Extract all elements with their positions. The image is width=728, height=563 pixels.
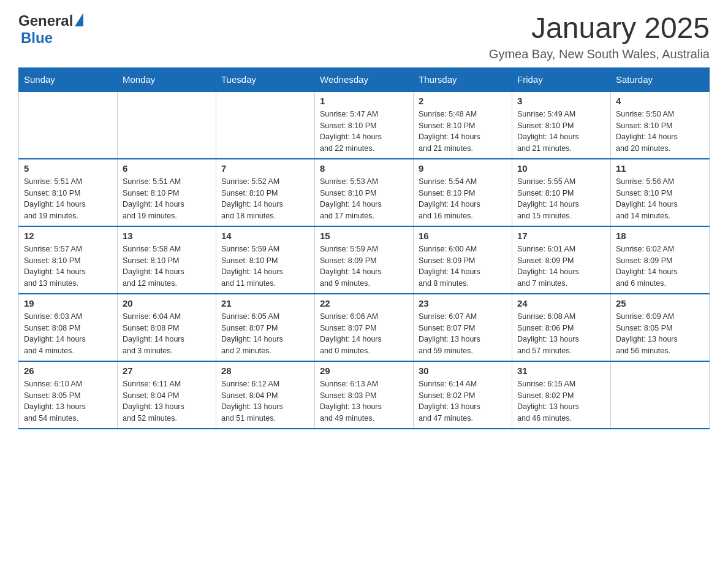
day-number: 2 [419, 96, 507, 106]
calendar-day-cell: 5Sunrise: 5:51 AM Sunset: 8:10 PM Daylig… [19, 159, 118, 226]
calendar-day-header: Tuesday [216, 67, 315, 91]
day-info: Sunrise: 6:13 AM Sunset: 8:03 PM Dayligh… [320, 378, 408, 424]
calendar-day-header: Friday [512, 67, 611, 91]
logo-blue-text: Blue [21, 29, 83, 47]
day-info: Sunrise: 6:00 AM Sunset: 8:09 PM Dayligh… [419, 243, 507, 289]
calendar-day-cell [19, 91, 118, 159]
day-info: Sunrise: 5:49 AM Sunset: 8:10 PM Dayligh… [517, 109, 605, 155]
day-number: 8 [320, 163, 408, 174]
day-number: 26 [24, 366, 112, 376]
day-number: 6 [123, 163, 211, 174]
day-info: Sunrise: 5:56 AM Sunset: 8:10 PM Dayligh… [616, 176, 704, 222]
day-number: 13 [123, 231, 211, 241]
calendar-week-row: 12Sunrise: 5:57 AM Sunset: 8:10 PM Dayli… [19, 226, 710, 294]
day-number: 9 [419, 163, 507, 174]
day-info: Sunrise: 6:09 AM Sunset: 8:05 PM Dayligh… [616, 311, 704, 357]
day-info: Sunrise: 5:55 AM Sunset: 8:10 PM Dayligh… [517, 176, 605, 222]
day-info: Sunrise: 6:04 AM Sunset: 8:08 PM Dayligh… [123, 311, 211, 357]
day-number: 7 [221, 163, 309, 174]
day-info: Sunrise: 6:15 AM Sunset: 8:02 PM Dayligh… [517, 378, 605, 424]
day-info: Sunrise: 6:06 AM Sunset: 8:07 PM Dayligh… [320, 311, 408, 357]
calendar-day-cell: 24Sunrise: 6:08 AM Sunset: 8:06 PM Dayli… [512, 294, 611, 361]
day-info: Sunrise: 6:05 AM Sunset: 8:07 PM Dayligh… [221, 311, 309, 357]
calendar-day-cell: 3Sunrise: 5:49 AM Sunset: 8:10 PM Daylig… [512, 91, 611, 159]
day-info: Sunrise: 5:59 AM Sunset: 8:10 PM Dayligh… [221, 243, 309, 289]
day-number: 5 [24, 163, 112, 174]
logo-general-text: General [18, 12, 73, 29]
logo: General Blue [18, 12, 83, 47]
day-number: 4 [616, 96, 704, 106]
calendar-day-cell [118, 91, 216, 159]
title-section: January 2025 Gymea Bay, New South Wales,… [489, 12, 710, 61]
calendar-day-cell: 18Sunrise: 6:02 AM Sunset: 8:09 PM Dayli… [611, 226, 710, 294]
calendar-day-cell: 28Sunrise: 6:12 AM Sunset: 8:04 PM Dayli… [216, 361, 315, 429]
calendar-day-cell: 2Sunrise: 5:48 AM Sunset: 8:10 PM Daylig… [414, 91, 512, 159]
calendar-day-cell: 19Sunrise: 6:03 AM Sunset: 8:08 PM Dayli… [19, 294, 118, 361]
calendar-day-header: Sunday [19, 67, 118, 91]
day-info: Sunrise: 6:11 AM Sunset: 8:04 PM Dayligh… [123, 378, 211, 424]
calendar-week-row: 5Sunrise: 5:51 AM Sunset: 8:10 PM Daylig… [19, 159, 710, 226]
day-number: 29 [320, 366, 408, 376]
calendar-day-cell: 11Sunrise: 5:56 AM Sunset: 8:10 PM Dayli… [611, 159, 710, 226]
calendar-day-cell [611, 361, 710, 429]
calendar-header-row: SundayMondayTuesdayWednesdayThursdayFrid… [19, 67, 710, 91]
calendar-day-cell [216, 91, 315, 159]
calendar-day-header: Wednesday [315, 67, 414, 91]
calendar-day-cell: 25Sunrise: 6:09 AM Sunset: 8:05 PM Dayli… [611, 294, 710, 361]
day-number: 14 [221, 231, 309, 241]
day-info: Sunrise: 5:58 AM Sunset: 8:10 PM Dayligh… [123, 243, 211, 289]
day-number: 22 [320, 298, 408, 308]
day-info: Sunrise: 5:51 AM Sunset: 8:10 PM Dayligh… [123, 176, 211, 222]
calendar-day-cell: 15Sunrise: 5:59 AM Sunset: 8:09 PM Dayli… [315, 226, 414, 294]
day-number: 15 [320, 231, 408, 241]
day-number: 24 [517, 298, 605, 308]
calendar-day-cell: 13Sunrise: 5:58 AM Sunset: 8:10 PM Dayli… [118, 226, 216, 294]
day-info: Sunrise: 5:50 AM Sunset: 8:10 PM Dayligh… [616, 109, 704, 155]
day-info: Sunrise: 5:59 AM Sunset: 8:09 PM Dayligh… [320, 243, 408, 289]
day-number: 3 [517, 96, 605, 106]
day-number: 18 [616, 231, 704, 241]
day-number: 23 [419, 298, 507, 308]
day-number: 1 [320, 96, 408, 106]
calendar-day-cell: 1Sunrise: 5:47 AM Sunset: 8:10 PM Daylig… [315, 91, 414, 159]
calendar-day-cell: 17Sunrise: 6:01 AM Sunset: 8:09 PM Dayli… [512, 226, 611, 294]
calendar-day-cell: 7Sunrise: 5:52 AM Sunset: 8:10 PM Daylig… [216, 159, 315, 226]
calendar-table: SundayMondayTuesdayWednesdayThursdayFrid… [18, 67, 710, 429]
page-header: General Blue January 2025 Gymea Bay, New… [18, 12, 710, 61]
day-number: 30 [419, 366, 507, 376]
logo-triangle-icon [75, 13, 83, 26]
calendar-day-cell: 29Sunrise: 6:13 AM Sunset: 8:03 PM Dayli… [315, 361, 414, 429]
day-number: 12 [24, 231, 112, 241]
day-number: 28 [221, 366, 309, 376]
day-number: 27 [123, 366, 211, 376]
calendar-day-cell: 8Sunrise: 5:53 AM Sunset: 8:10 PM Daylig… [315, 159, 414, 226]
day-info: Sunrise: 5:54 AM Sunset: 8:10 PM Dayligh… [419, 176, 507, 222]
day-number: 20 [123, 298, 211, 308]
day-number: 16 [419, 231, 507, 241]
calendar-day-header: Saturday [611, 67, 710, 91]
day-info: Sunrise: 5:47 AM Sunset: 8:10 PM Dayligh… [320, 109, 408, 155]
day-info: Sunrise: 6:03 AM Sunset: 8:08 PM Dayligh… [24, 311, 112, 357]
day-number: 10 [517, 163, 605, 174]
day-info: Sunrise: 5:51 AM Sunset: 8:10 PM Dayligh… [24, 176, 112, 222]
calendar-day-cell: 10Sunrise: 5:55 AM Sunset: 8:10 PM Dayli… [512, 159, 611, 226]
calendar-day-cell: 12Sunrise: 5:57 AM Sunset: 8:10 PM Dayli… [19, 226, 118, 294]
day-number: 31 [517, 366, 605, 376]
day-info: Sunrise: 6:08 AM Sunset: 8:06 PM Dayligh… [517, 311, 605, 357]
calendar-day-cell: 26Sunrise: 6:10 AM Sunset: 8:05 PM Dayli… [19, 361, 118, 429]
day-info: Sunrise: 5:57 AM Sunset: 8:10 PM Dayligh… [24, 243, 112, 289]
calendar-day-cell: 31Sunrise: 6:15 AM Sunset: 8:02 PM Dayli… [512, 361, 611, 429]
calendar-day-cell: 30Sunrise: 6:14 AM Sunset: 8:02 PM Dayli… [414, 361, 512, 429]
day-info: Sunrise: 6:14 AM Sunset: 8:02 PM Dayligh… [419, 378, 507, 424]
calendar-day-cell: 6Sunrise: 5:51 AM Sunset: 8:10 PM Daylig… [118, 159, 216, 226]
calendar-week-row: 26Sunrise: 6:10 AM Sunset: 8:05 PM Dayli… [19, 361, 710, 429]
calendar-day-cell: 20Sunrise: 6:04 AM Sunset: 8:08 PM Dayli… [118, 294, 216, 361]
day-info: Sunrise: 5:53 AM Sunset: 8:10 PM Dayligh… [320, 176, 408, 222]
page-subtitle: Gymea Bay, New South Wales, Australia [489, 47, 710, 61]
calendar-week-row: 19Sunrise: 6:03 AM Sunset: 8:08 PM Dayli… [19, 294, 710, 361]
day-number: 21 [221, 298, 309, 308]
calendar-day-cell: 16Sunrise: 6:00 AM Sunset: 8:09 PM Dayli… [414, 226, 512, 294]
page-title: January 2025 [489, 12, 710, 45]
day-number: 25 [616, 298, 704, 308]
day-info: Sunrise: 6:10 AM Sunset: 8:05 PM Dayligh… [24, 378, 112, 424]
